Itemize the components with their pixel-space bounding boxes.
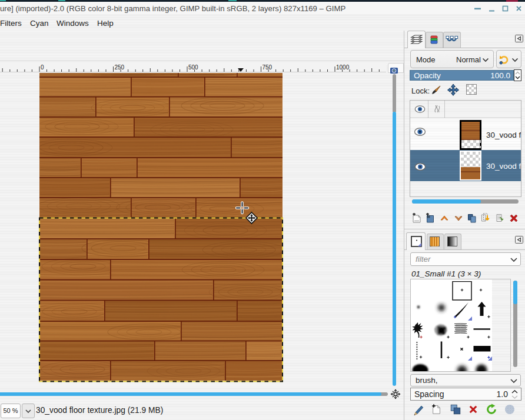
svg-text:750: 750 xyxy=(262,64,273,71)
svg-text:250: 250 xyxy=(115,64,125,71)
svg-text:0: 0 xyxy=(41,64,44,71)
svg-text:1000: 1000 xyxy=(336,64,350,71)
svg-text:500: 500 xyxy=(188,64,198,71)
